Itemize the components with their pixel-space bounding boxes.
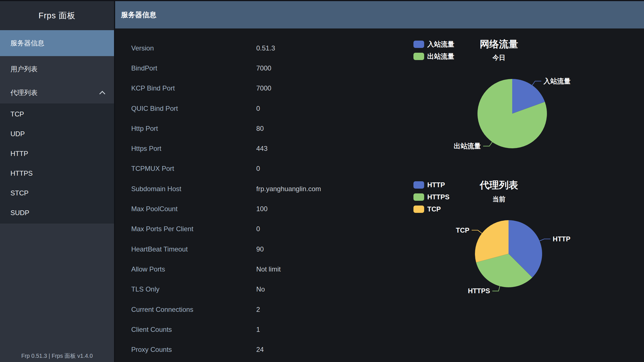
pie-chart-canvas [406,175,632,333]
info-row: Max PoolCount100 [115,199,321,219]
info-row: Current Connections2 [115,299,321,319]
sidebar-item-stcp[interactable]: STCP [0,183,114,203]
info-row-value: No [256,285,265,293]
info-row-label: TLS Only [131,285,256,293]
sidebar-item-server-info[interactable]: 服务器信息 [0,30,114,56]
sidebar-item-label: 服务器信息 [10,39,44,48]
info-row-value: 0 [256,165,260,173]
info-row-label: Current Connections [131,306,256,314]
pie-label-line [540,239,551,241]
info-row-label: Proxy Counts [131,346,256,354]
info-row: HeartBeat Timeout90 [115,239,321,259]
sidebar-item-http[interactable]: HTTP [0,144,114,164]
sidebar-menu: 服务器信息 用户列表 代理列表 TCP UDP HTTP HTTPS STCP … [0,30,114,224]
sidebar-item-user-list[interactable]: 用户列表 [0,56,114,82]
sidebar-item-sudp[interactable]: SUDP [0,203,114,223]
info-row: BindPort7000 [115,58,321,78]
chart-network-traffic: 网络流量 今日 入站流量出站流量 入站流量出站流量 [406,31,632,164]
pie-label-line [483,142,492,146]
info-row-value: 80 [256,125,264,133]
info-row-label: Max PoolCount [131,205,256,213]
sidebar-item-proxy-list[interactable]: 代理列表 [0,82,114,103]
info-row-label: TCPMUX Port [131,165,256,173]
info-row-value: frp.yanghuanglin.com [256,185,321,193]
info-row-value: 0 [256,225,260,233]
pie-label-line [492,286,500,291]
info-row: Https Port443 [115,138,321,158]
proxy-submenu: TCP UDP HTTP HTTPS STCP SUDP [0,103,114,224]
info-row-value: 443 [256,145,268,153]
info-row: TLS OnlyNo [115,279,321,299]
info-row: Subdomain Hostfrp.yanghuanglin.com [115,179,321,199]
info-row-label: Client Counts [131,326,256,334]
sidebar-item-https[interactable]: HTTPS [0,164,114,183]
sidebar: Frps 面板 服务器信息 用户列表 代理列表 TCP UDP HTTP HTT… [0,1,114,362]
info-row-label: HeartBeat Timeout [131,245,256,253]
pie-chart-canvas [406,31,632,164]
info-row-value: 1 [256,326,260,334]
info-row: Http Port80 [115,118,321,138]
info-row-label: Max Ports Per Client [131,225,256,233]
pie-slice-label: HTTPS [468,287,490,295]
main-area: 服务器信息 Version0.51.3BindPort7000KCP Bind … [115,1,644,362]
info-row-value: 0.51.3 [256,44,275,52]
info-row: QUIC Bind Port0 [115,98,321,118]
pie-slice-label: TCP [456,226,469,235]
content: Version0.51.3BindPort7000KCP Bind Port70… [115,28,644,362]
info-row-label: Https Port [131,145,256,153]
info-row-label: QUIC Bind Port [131,105,256,112]
chart-proxy-list: 代理列表 当前 HTTPHTTPSTCP HTTPHTTPSTCP [406,175,632,333]
info-row-label: Version [131,44,256,52]
info-row-value: 24 [256,346,264,354]
version-footer: Frp 0.51.3 | Frps 面板 v1.4.0 [0,352,114,360]
info-row-label: Allow Ports [131,265,256,273]
sidebar-item-tcp[interactable]: TCP [0,104,114,124]
sidebar-item-udp[interactable]: UDP [0,124,114,144]
info-row-label: BindPort [131,64,256,72]
server-info-table: Version0.51.3BindPort7000KCP Bind Port70… [115,38,321,360]
info-row-value: 2 [256,306,260,314]
pie-label-line [532,81,541,85]
info-row: KCP Bind Port7000 [115,78,321,98]
chevron-up-icon [99,91,105,97]
info-row-value: 7000 [256,64,271,72]
info-row-value: 7000 [256,84,271,92]
sidebar-item-label: 用户列表 [10,65,38,74]
info-row: Proxy Counts24 [115,339,321,359]
info-row-value: Not limit [256,265,281,273]
info-row-label: Subdomain Host [131,185,256,193]
info-row-label: KCP Bind Port [131,84,256,92]
page-header: 服务器信息 [115,1,644,28]
app-title: Frps 面板 [0,1,114,30]
page-title: 服务器信息 [121,10,156,19]
info-row-value: 0 [256,105,260,112]
info-row: TCPMUX Port0 [115,159,321,179]
info-row-value: 100 [256,205,268,213]
info-row: Client Counts1 [115,319,321,339]
pie-slice-label: 出站流量 [454,142,481,150]
info-row: Max Ports Per Client0 [115,219,321,239]
pie-slice-label: 入站流量 [544,77,571,85]
pie-slice-label: HTTP [553,235,571,243]
pie-label-line [472,230,482,233]
sidebar-item-label: 代理列表 [10,88,38,97]
info-row-value: 90 [256,245,264,253]
info-row-label: Http Port [131,125,256,133]
info-row: Version0.51.3 [115,38,321,58]
info-row: Allow PortsNot limit [115,259,321,279]
